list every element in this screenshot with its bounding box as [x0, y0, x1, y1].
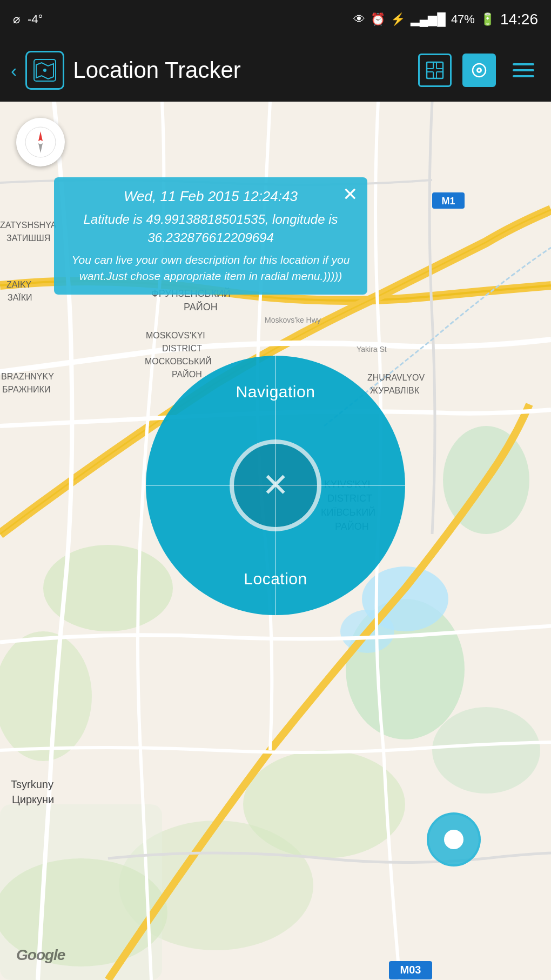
- popup-coords: Latitude is 49.99138818501535, longitude…: [67, 210, 354, 246]
- gallery-icon: [426, 61, 444, 79]
- popup-close-button[interactable]: ✕: [342, 185, 358, 203]
- map-logo-icon: [33, 58, 57, 82]
- back-button[interactable]: ‹: [11, 60, 17, 81]
- time-text: 14:26: [500, 11, 538, 28]
- battery-icon: 🔋: [480, 12, 495, 26]
- svg-text:M1: M1: [441, 196, 455, 206]
- alarm-icon: ⏰: [371, 12, 385, 26]
- menu-button[interactable]: [507, 54, 540, 87]
- app-bar: ‹ Location Tracker: [0, 39, 551, 102]
- svg-rect-5: [427, 72, 433, 78]
- radial-menu-close[interactable]: ✕: [230, 439, 321, 531]
- marker-inner-dot: [444, 830, 463, 849]
- eye-icon: 👁: [353, 12, 365, 26]
- radial-close-icon[interactable]: ✕: [262, 469, 289, 502]
- compass-button[interactable]: [16, 118, 65, 166]
- svg-point-9: [478, 69, 480, 71]
- temp-text: -4°: [28, 12, 43, 26]
- marker-outer-ring: [427, 812, 481, 866]
- camera-icon: [470, 61, 488, 79]
- svg-rect-6: [436, 72, 443, 78]
- battery-text: 47%: [451, 12, 475, 26]
- status-right: 👁 ⏰ ⚡ ▂▄▆█ 47% 🔋 14:26: [353, 11, 538, 28]
- charging-icon: ⚡: [391, 12, 405, 26]
- camera-button[interactable]: [462, 54, 496, 87]
- signal-icon: ▂▄▆█: [411, 12, 446, 26]
- status-bar: ⌀ -4° 👁 ⏰ ⚡ ▂▄▆█ 47% 🔋 14:26: [0, 0, 551, 39]
- app-logo: [25, 51, 64, 90]
- gallery-button[interactable]: [418, 54, 452, 87]
- location-marker[interactable]: [427, 812, 481, 866]
- menu-icon: [513, 61, 534, 79]
- compass-icon: [24, 126, 57, 158]
- svg-point-21: [432, 707, 540, 794]
- svg-text:М03: М03: [400, 964, 421, 976]
- app-bar-actions: [418, 54, 540, 87]
- svg-point-1: [43, 69, 46, 72]
- usb-icon: ⌀: [13, 12, 20, 26]
- popup-description: You can live your own description for th…: [67, 252, 354, 284]
- location-info-popup: ✕ Wed, 11 Feb 2015 12:24:43 Latitude is …: [54, 177, 367, 295]
- svg-rect-4: [436, 62, 443, 69]
- popup-date: Wed, 11 Feb 2015 12:24:43: [67, 188, 354, 205]
- app-title: Location Tracker: [73, 57, 409, 83]
- status-left: ⌀ -4°: [13, 12, 43, 26]
- navigation-menu-item[interactable]: Navigation: [236, 383, 315, 401]
- location-menu-item[interactable]: Location: [244, 570, 307, 588]
- radial-menu[interactable]: Navigation ✕ Location: [146, 356, 405, 615]
- google-watermark: Google: [16, 946, 65, 964]
- svg-rect-3: [427, 62, 433, 69]
- map-area[interactable]: М03 M1 ZATYSHSHYA ЗАТИШШЯ ZAIKY ЗАЇКИ BR…: [0, 102, 551, 980]
- radial-menu-outer[interactable]: Navigation ✕ Location: [146, 356, 405, 615]
- svg-rect-2: [427, 62, 443, 78]
